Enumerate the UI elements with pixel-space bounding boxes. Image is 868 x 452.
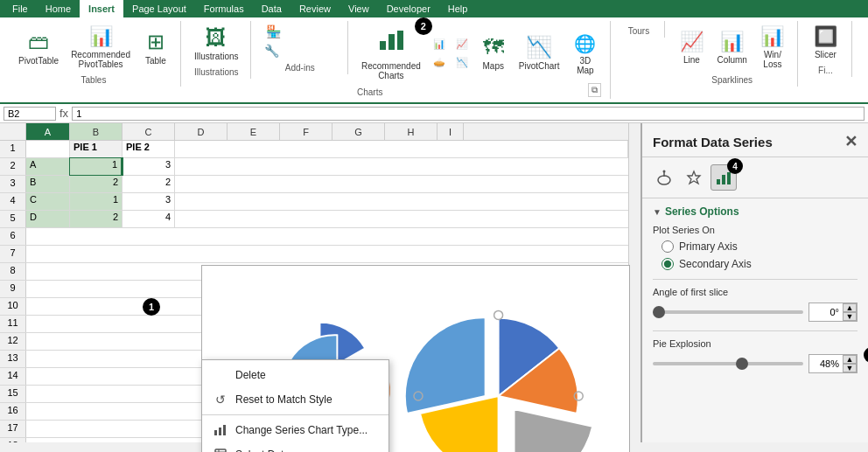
tab-formulas[interactable]: Formulas xyxy=(195,0,253,17)
3dmap-icon: 🌐 xyxy=(574,33,596,54)
line-sparkline-button[interactable]: 📈 Line xyxy=(674,28,709,67)
cell-a3[interactable]: B xyxy=(26,176,70,192)
menu-reset-style[interactable]: ↺ Reset to Match Style xyxy=(202,387,388,412)
angle-up-button[interactable]: ▲ xyxy=(843,303,857,312)
col-header-c[interactable]: C xyxy=(122,123,175,140)
menu-change-chart-type[interactable]: Change Series Chart Type... xyxy=(202,418,388,442)
cell-c2[interactable]: 3 xyxy=(122,158,175,175)
group-filters: 🔲 Slicer Fi... xyxy=(800,21,852,77)
my-addins-button[interactable]: 🔧 My Add-ins ▾ xyxy=(260,42,340,59)
pie-explosion-down-button[interactable]: ▼ xyxy=(843,364,857,372)
line-sparkline-label: Line xyxy=(683,55,700,65)
col-header-b[interactable]: B xyxy=(70,123,122,140)
col-header-e[interactable]: E xyxy=(228,123,280,140)
ribbon: File Home Insert Page Layout Formulas Da… xyxy=(0,0,868,104)
vertical-scrollbar[interactable] xyxy=(628,123,640,442)
cell-b5[interactable]: 2 xyxy=(70,211,122,227)
cell-a5[interactable]: D xyxy=(26,211,70,227)
cell-b4[interactable]: 1 xyxy=(70,193,122,210)
column-sparkline-icon: 📊 xyxy=(720,31,744,53)
angle-input[interactable] xyxy=(809,305,843,319)
pivotchart-button[interactable]: 📉 PivotChart xyxy=(514,32,564,73)
my-addins-dropdown: ▾ xyxy=(332,46,336,55)
illustrations-button[interactable]: 🖼 Illustrations xyxy=(190,23,243,64)
slicer-button[interactable]: 🔲 Slicer xyxy=(808,23,843,62)
charts-expand-icon[interactable]: ⧉ xyxy=(588,83,601,97)
maps-button[interactable]: 🗺 Maps xyxy=(476,32,511,73)
col-header-g[interactable]: G xyxy=(332,123,385,140)
secondary-axis-radio[interactable] xyxy=(662,258,674,270)
cell-a2[interactable]: A xyxy=(26,158,70,175)
cell-c4[interactable]: 3 xyxy=(122,193,175,210)
cell-b1[interactable]: PIE 1 xyxy=(70,141,122,157)
svg-rect-19 xyxy=(214,430,217,435)
cell-a4[interactable]: C xyxy=(26,193,70,210)
angle-down-button[interactable]: ▼ xyxy=(843,312,857,321)
panel-tab-effects[interactable] xyxy=(681,164,707,191)
series-options-header[interactable]: ▼ Series Options xyxy=(653,205,858,218)
angle-slider[interactable] xyxy=(653,310,803,314)
cell-c5[interactable]: 4 xyxy=(122,211,175,227)
secondary-axis-option[interactable]: Secondary Axis 5 xyxy=(662,258,858,270)
recommended-charts-button[interactable]: RecommendedCharts 2 xyxy=(357,23,425,83)
tab-review[interactable]: Review xyxy=(290,0,340,17)
pie-explosion-slider[interactable] xyxy=(653,362,803,365)
tab-page-layout[interactable]: Page Layout xyxy=(123,0,195,17)
col-header-d[interactable]: D xyxy=(175,123,228,140)
col-header-i[interactable]: I xyxy=(438,123,464,140)
winloss-sparkline-button[interactable]: 📊 Win/Loss xyxy=(755,23,790,72)
tab-data[interactable]: Data xyxy=(253,0,290,17)
tab-view[interactable]: View xyxy=(340,0,378,17)
get-addins-button[interactable]: 🏪 Get Add-ins xyxy=(262,23,338,40)
cell-c3[interactable]: 2 xyxy=(122,176,175,192)
pie-explosion-input-group: ▲ ▼ xyxy=(808,354,858,373)
menu-select-data[interactable]: Select Data... xyxy=(202,442,388,452)
recommended-pivottables-button[interactable]: 📊 RecommendedPivotTables xyxy=(66,23,135,72)
name-box[interactable] xyxy=(4,107,56,121)
winloss-sparkline-icon: 📊 xyxy=(760,25,784,48)
tab-help[interactable]: Help xyxy=(439,0,477,17)
formula-input[interactable] xyxy=(72,107,864,121)
cell-a1[interactable] xyxy=(26,141,70,157)
bar-chart-button[interactable]: 📉 xyxy=(452,55,472,70)
table-row: 6 xyxy=(0,228,628,246)
menu-delete[interactable]: Delete xyxy=(202,363,388,387)
panel-close-button[interactable]: ✕ xyxy=(844,132,858,151)
col-header-h[interactable]: H xyxy=(385,123,438,140)
row-num-17: 17 xyxy=(0,421,26,437)
pie-explosion-up-button[interactable]: ▲ xyxy=(843,355,857,364)
panel-tab-fill[interactable] xyxy=(651,164,677,191)
group-sparklines: 📈 Line 📊 Column 📊 Win/Loss Sparklines xyxy=(667,21,797,87)
line-chart-button[interactable]: 📈 xyxy=(452,37,472,52)
cell-c1[interactable]: PIE 2 xyxy=(122,141,175,157)
formula-fx-icon: fx xyxy=(60,107,68,120)
pie-chart-button[interactable]: 🥧 xyxy=(429,55,450,70)
3dmap-button[interactable]: 🌐 xyxy=(570,31,600,56)
pivottable-button[interactable]: 🗃 PivotTable xyxy=(14,27,63,68)
panel-tab-series-options[interactable]: 4 xyxy=(710,164,737,191)
svg-rect-7 xyxy=(722,175,725,184)
pie-explosion-input[interactable] xyxy=(809,357,843,371)
svg-rect-1 xyxy=(388,34,395,50)
cell-b2[interactable]: 1 xyxy=(70,158,122,175)
primary-axis-radio[interactable] xyxy=(662,240,674,253)
tab-developer[interactable]: Developer xyxy=(378,0,439,17)
pie-chart-icon: 🥧 xyxy=(433,57,445,68)
column-chart-button[interactable]: 📊 xyxy=(429,37,450,52)
cell-empty-7 xyxy=(26,246,628,262)
recommended-pivot-label: RecommendedPivotTables xyxy=(71,50,130,69)
column-sparkline-button[interactable]: 📊 Column xyxy=(712,28,751,67)
group-tours: Tours xyxy=(612,21,665,38)
tab-insert[interactable]: Insert xyxy=(80,0,123,17)
svg-rect-2 xyxy=(397,31,403,50)
cell-b3[interactable]: 2 xyxy=(70,176,122,192)
col-header-f[interactable]: F xyxy=(280,123,332,140)
primary-axis-option[interactable]: Primary Axis xyxy=(662,240,858,253)
slicer-label: Slicer xyxy=(815,50,836,59)
delete-icon xyxy=(213,367,228,383)
tab-file[interactable]: File xyxy=(4,0,37,17)
change-chart-icon xyxy=(213,422,228,438)
tab-home[interactable]: Home xyxy=(37,0,80,17)
col-header-a[interactable]: A xyxy=(26,123,70,140)
table-button[interactable]: ⊞ Table xyxy=(138,27,173,68)
